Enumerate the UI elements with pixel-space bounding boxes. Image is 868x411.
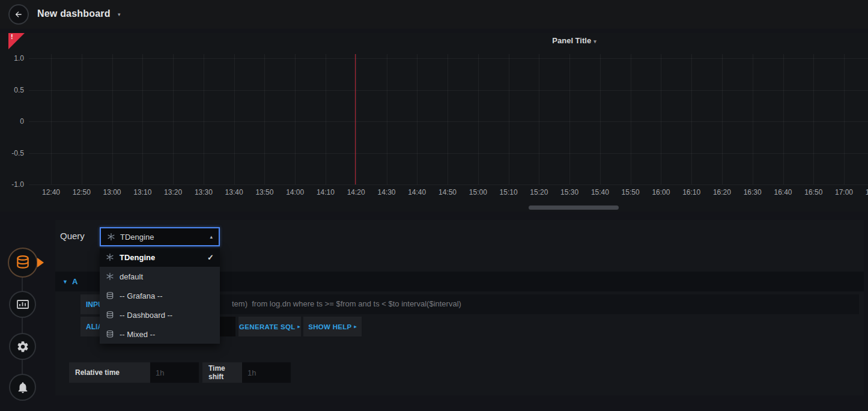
- grid-line-horizontal: [29, 90, 868, 91]
- grid-line-horizontal: [29, 58, 868, 59]
- back-button[interactable]: [8, 4, 29, 25]
- time-options-row: Relative time Time shift: [55, 362, 864, 383]
- time-shift-label: Time shift: [202, 362, 242, 383]
- grid-line-vertical: [600, 54, 601, 184]
- grid-line-vertical: [356, 54, 357, 184]
- y-axis-tick-label: -0.5: [0, 149, 24, 157]
- query-section-label: Query: [60, 231, 85, 241]
- tab-alert[interactable]: [9, 374, 36, 401]
- chevron-right-icon: ▸: [354, 324, 357, 329]
- grid-line-vertical: [691, 54, 692, 184]
- datasource-option-dashboard[interactable]: -- Dashboard --: [100, 305, 220, 324]
- chart-icon: [16, 297, 30, 312]
- grid-line-vertical: [295, 54, 296, 184]
- relative-time-input[interactable]: [150, 362, 199, 383]
- panel-preview: ! Panel Title▾ 12:4012:5013:0013:1013:20…: [0, 33, 868, 212]
- x-axis-tick-label: 13:10: [127, 188, 157, 196]
- y-axis-tick-label: 0: [0, 117, 24, 126]
- tab-queries[interactable]: [8, 248, 38, 278]
- database-icon: [106, 311, 114, 319]
- chevron-right-icon: ▸: [298, 324, 300, 329]
- dashboard-title[interactable]: New dashboard: [37, 8, 111, 19]
- x-axis-tick-label: 12:50: [67, 188, 97, 196]
- grid-line-vertical: [661, 54, 661, 184]
- datasource-option-default[interactable]: default: [100, 267, 220, 286]
- x-axis-tick-label: 16:00: [646, 188, 676, 196]
- grid-line-vertical: [173, 54, 174, 184]
- grid-line-vertical: [448, 54, 448, 184]
- y-axis-tick-label: -1.0: [0, 180, 24, 189]
- x-axis-tick-label: 13:50: [249, 188, 279, 196]
- generate-sql-label: GENERATE SQL: [239, 323, 295, 330]
- x-axis-tick-label: 17:00: [829, 188, 859, 196]
- active-tab-arrow-icon: [37, 258, 44, 267]
- x-axis-tick-label: 17:10: [860, 188, 868, 196]
- grid-line-horizontal: [29, 121, 868, 122]
- grid-line-vertical: [82, 54, 82, 184]
- plugin-icon: [106, 272, 114, 281]
- datasource-menu: TDengine✓default-- Grafana ---- Dashboar…: [100, 248, 220, 344]
- grid-line-vertical: [326, 54, 326, 184]
- query-editor-panel: Query TDengine ▴ TDengine✓default-- Graf…: [55, 220, 864, 395]
- sql-input[interactable]: tem) from log.dn where ts >= $from and t…: [141, 294, 859, 314]
- datasource-option-label: -- Grafana --: [120, 291, 214, 300]
- relative-time-label: Relative time: [69, 362, 150, 383]
- datasource-option-label: -- Mixed --: [120, 330, 214, 339]
- x-axis-tick-label: 14:30: [372, 188, 402, 196]
- gear-icon: [16, 340, 29, 353]
- datasource-option-label: TDengine: [120, 253, 202, 262]
- show-help-label: SHOW HELP: [308, 323, 351, 330]
- x-axis-tick-label: 16:10: [676, 188, 706, 196]
- x-axis-tick-label: 12:40: [36, 188, 66, 196]
- annotation-vline: [355, 54, 356, 184]
- datasource-picker[interactable]: TDengine ▴: [100, 227, 220, 246]
- x-axis-tick-label: 15:00: [463, 188, 493, 196]
- show-help-button[interactable]: SHOW HELP▸: [303, 317, 362, 336]
- chevron-up-icon: ▴: [210, 234, 213, 240]
- grid-line-vertical: [844, 54, 845, 184]
- grid-line-vertical: [387, 54, 387, 184]
- x-axis-tick-label: 14:00: [280, 188, 310, 196]
- chevron-down-icon[interactable]: ▾: [118, 11, 121, 17]
- time-shift-input[interactable]: [242, 362, 291, 383]
- datasource-option-mixed[interactable]: -- Mixed --: [100, 324, 220, 344]
- grid-line-vertical: [783, 54, 784, 184]
- grid-line-vertical: [417, 54, 417, 184]
- database-icon: [106, 330, 114, 338]
- grid-line-vertical: [478, 54, 479, 184]
- y-axis-tick-label: 0.5: [0, 86, 24, 94]
- check-icon: ✓: [207, 253, 214, 262]
- tab-visualization[interactable]: [9, 291, 36, 318]
- query-ref-id: A: [72, 277, 77, 286]
- chart-plot[interactable]: 12:4012:5013:0013:1013:2013:3013:4013:50…: [0, 33, 868, 212]
- grid-line-vertical: [51, 54, 52, 184]
- x-axis-tick-label: 13:30: [189, 188, 219, 196]
- x-axis-tick-label: 14:40: [402, 188, 432, 196]
- grid-line-vertical: [722, 54, 723, 184]
- grid-line-vertical: [569, 54, 570, 184]
- x-axis-tick-label: 15:40: [585, 188, 615, 196]
- x-axis-tick-label: 15:30: [554, 188, 584, 196]
- grid-line-vertical: [234, 54, 235, 184]
- datasource-selected-label: TDengine: [120, 233, 205, 242]
- datasource-option-tdengine[interactable]: TDengine✓: [100, 248, 220, 267]
- collapse-caret-icon[interactable]: ▼: [62, 279, 68, 285]
- tab-general-settings[interactable]: [9, 333, 36, 360]
- x-axis-tick-label: 13:20: [158, 188, 188, 196]
- x-axis-tick-label: 14:10: [311, 188, 341, 196]
- generate-sql-button[interactable]: GENERATE SQL▸: [238, 317, 301, 336]
- datasource-option-label: default: [120, 272, 214, 281]
- arrow-left-icon: [14, 10, 23, 19]
- plugin-icon: [107, 233, 115, 241]
- top-navbar: New dashboard ▾: [0, 0, 868, 29]
- error-exclamation: !: [11, 33, 13, 40]
- datasource-option-grafana[interactable]: -- Grafana --: [100, 286, 220, 305]
- x-axis-tick-label: 14:20: [341, 188, 371, 196]
- plugin-icon: [106, 253, 114, 261]
- x-axis-tick-label: 15:20: [524, 188, 554, 196]
- horizontal-scrollbar-thumb[interactable]: [529, 206, 619, 210]
- sql-text: tem) from log.dn where ts >= $from and t…: [232, 299, 461, 308]
- grid-line-vertical: [509, 54, 509, 184]
- x-axis-tick-label: 16:20: [707, 188, 737, 196]
- x-axis-tick-label: 14:50: [432, 188, 463, 196]
